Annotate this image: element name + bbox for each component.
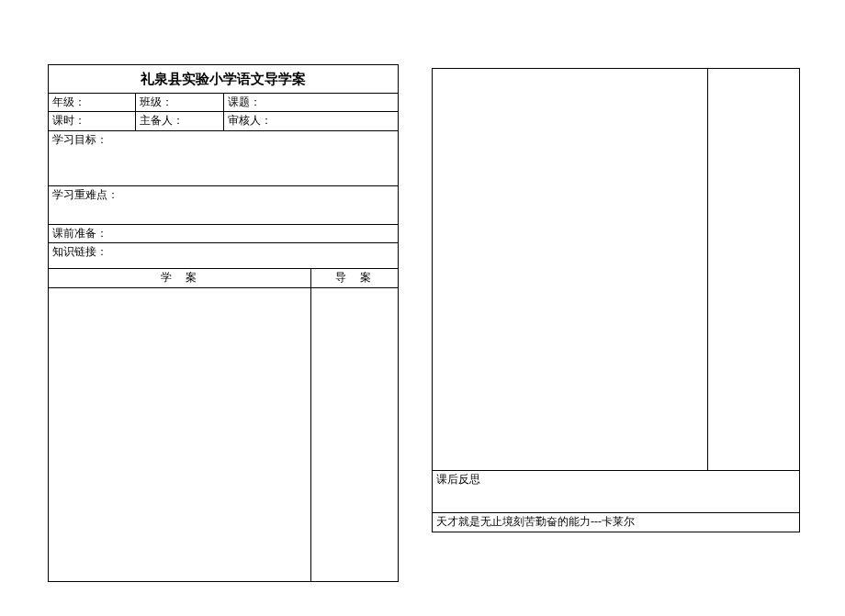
page-left: 礼泉县实验小学语文导学案 年级： 班级： 课题： 课时： 主备人： 审核人： 学…: [48, 64, 399, 582]
lesson-table-right: 课后反思 天才就是无止境刻苦勤奋的能力---卡莱尔: [432, 68, 800, 532]
label-reviewer: 审核人：: [223, 112, 399, 131]
label-class: 班级：: [136, 93, 223, 112]
title: 礼泉县实验小学语文导学案: [49, 65, 399, 94]
right-body-left: [433, 69, 708, 471]
quote: 天才就是无止境刻苦勤奋的能力---卡莱尔: [433, 513, 800, 532]
label-topic: 课题：: [223, 93, 399, 112]
label-preparer: 主备人：: [136, 112, 223, 131]
page-right: 课后反思 天才就是无止境刻苦勤奋的能力---卡莱尔: [432, 68, 799, 532]
label-period: 课时：: [49, 112, 136, 131]
label-difficulty: 学习重难点：: [49, 185, 399, 224]
label-goals: 学习目标：: [49, 130, 399, 185]
label-preclass: 课前准备：: [49, 224, 399, 243]
label-link: 知识链接：: [49, 243, 399, 269]
right-body-right: [708, 69, 800, 471]
label-reflect: 课后反思: [433, 471, 800, 513]
col-study: 学 案: [49, 269, 311, 288]
lesson-table-left: 礼泉县实验小学语文导学案 年级： 班级： 课题： 课时： 主备人： 审核人： 学…: [48, 64, 399, 582]
col-guide: 导 案: [310, 269, 398, 288]
study-body: [49, 287, 311, 581]
label-grade: 年级：: [49, 93, 136, 112]
guide-body: [310, 287, 398, 581]
